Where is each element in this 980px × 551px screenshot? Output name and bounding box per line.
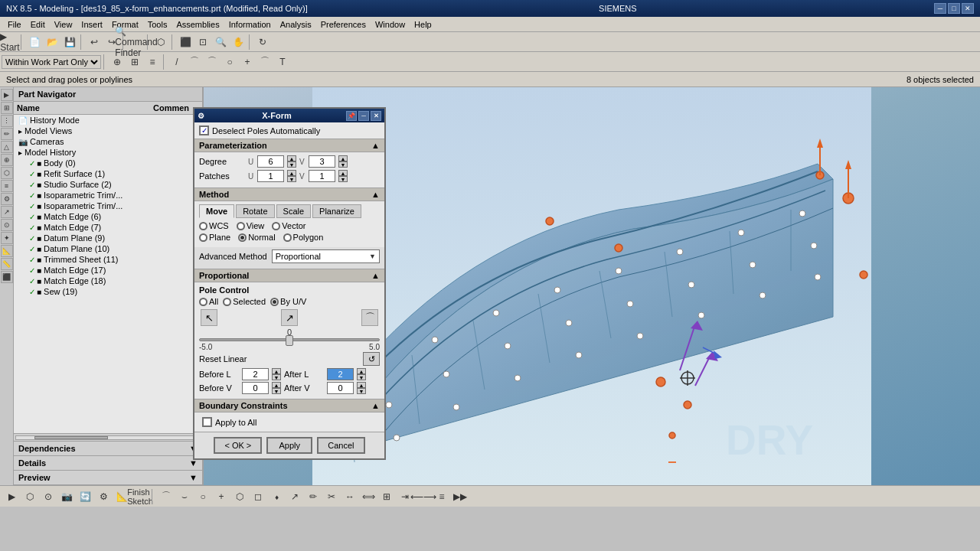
open-button[interactable]: 📂	[44, 34, 60, 51]
slider-thumb[interactable]	[286, 335, 293, 346]
curve1-btn[interactable]: /	[168, 54, 185, 70]
after-l-down[interactable]: ▼	[357, 374, 366, 380]
bottom-hex[interactable]: ⬡	[231, 488, 248, 505]
before-l-up[interactable]: ▲	[272, 368, 281, 374]
radio-plane[interactable]: Plane	[199, 233, 230, 242]
before-v-up[interactable]: ▲	[272, 382, 281, 388]
degree-v-input[interactable]	[309, 155, 335, 168]
select-button[interactable]: ⬡	[152, 34, 169, 51]
bottom-curve-1[interactable]: ⌒	[158, 488, 175, 505]
plus-btn[interactable]: +	[239, 54, 256, 70]
parameterization-header[interactable]: Parameterization ▲	[194, 139, 384, 152]
bottom-dim[interactable]: ⟵⟶	[415, 488, 432, 505]
bottom-pencil[interactable]: ✏	[305, 488, 322, 505]
start-button[interactable]: ▶ Start	[2, 34, 18, 51]
tab-scale[interactable]: Scale	[276, 204, 312, 218]
scrollbar-track[interactable]	[15, 435, 201, 440]
menu-item-analysis[interactable]: Analysis	[276, 18, 316, 31]
bottom-more[interactable]: ▶▶	[452, 488, 469, 505]
patches-v-down[interactable]: ▼	[338, 176, 348, 182]
nav-section-preview[interactable]: Preview ▼	[14, 471, 202, 485]
bottom-circle[interactable]: ○	[194, 488, 211, 505]
part-nav-scrollbar[interactable]	[14, 433, 202, 441]
apply-to-all-checkbox[interactable]	[202, 417, 212, 427]
after-v-input[interactable]	[327, 382, 354, 394]
tree-item[interactable]: ✓■Match Edge (7)	[14, 222, 202, 233]
radio-view[interactable]: View	[237, 221, 265, 230]
method-header[interactable]: Method ▲	[194, 187, 384, 201]
tab-rotate[interactable]: Rotate	[236, 204, 274, 218]
menu-item-assemblies[interactable]: Assemblies	[172, 18, 224, 31]
xform-pin-button[interactable]: 📌	[346, 111, 357, 121]
bottom-btn-3[interactable]: ⊙	[40, 488, 57, 505]
sidebar-icon-9[interactable]: ⚙	[1, 193, 13, 205]
tree-item[interactable]: 📄History Mode	[14, 115, 202, 126]
bottom-trim[interactable]: ✂	[323, 488, 340, 505]
bottom-extend[interactable]: ↔	[341, 488, 358, 505]
ok-button[interactable]: < OK >	[214, 437, 262, 454]
tree-item[interactable]: ✓■Datum Plane (10)	[14, 243, 202, 254]
bottom-rect[interactable]: ◻	[250, 488, 266, 505]
xform-minimize-button[interactable]: ─	[358, 111, 369, 121]
after-v-down[interactable]: ▼	[357, 388, 366, 394]
bottom-plus[interactable]: +	[213, 488, 230, 505]
tree-item[interactable]: ✓■Studio Surface (2)	[14, 179, 202, 190]
circle-btn[interactable]: ○	[221, 54, 238, 70]
sidebar-icon-4[interactable]: ✏	[1, 128, 13, 140]
sidebar-icon-1[interactable]: ▶	[1, 89, 13, 101]
tree-item[interactable]: 📷Cameras	[14, 136, 202, 147]
fit-button[interactable]: ⊡	[194, 34, 211, 51]
sidebar-icon-11[interactable]: ⊙	[1, 219, 13, 231]
after-l-up[interactable]: ▲	[357, 368, 366, 374]
patches-v-input[interactable]	[309, 170, 335, 182]
bottom-btn-5[interactable]: 🔄	[77, 488, 93, 505]
snap-btn[interactable]: ⊕	[109, 54, 126, 70]
bottom-curve-2[interactable]: ⌣	[176, 488, 193, 505]
patches-v-up[interactable]: ▲	[338, 170, 348, 176]
xform-close-button[interactable]: ✕	[371, 111, 381, 121]
sidebar-icon-5[interactable]: △	[1, 141, 13, 153]
menu-item-window[interactable]: Window	[371, 18, 410, 31]
bottom-btn-6[interactable]: ⚙	[95, 488, 112, 505]
tab-move[interactable]: Move	[199, 204, 234, 218]
cancel-button[interactable]: Cancel	[317, 437, 364, 454]
sidebar-icon-14[interactable]: 📏	[1, 258, 13, 270]
tree-item[interactable]: ✓■Refit Surface (1)	[14, 168, 202, 179]
tree-item[interactable]: ▸Model History	[14, 147, 202, 158]
sidebar-icon-6[interactable]: ⊕	[1, 154, 13, 166]
close-button[interactable]: ✕	[962, 3, 974, 14]
bottom-btn-4[interactable]: 📷	[58, 488, 75, 505]
curve2-btn[interactable]: ⌒	[186, 54, 203, 70]
tree-item[interactable]: ✓■Match Edge (18)	[14, 276, 202, 286]
zoom-button[interactable]: 🔍	[212, 34, 229, 51]
tree-item[interactable]: ✓■Match Edge (6)	[14, 211, 202, 222]
deselect-poles-checkbox[interactable]	[199, 126, 209, 135]
bottom-mirror[interactable]: ⟺	[360, 488, 377, 505]
menu-item-file[interactable]: File	[3, 18, 26, 31]
pole-radio-byuv[interactable]: By U/V	[270, 297, 306, 306]
arrow-center-btn[interactable]: ↗	[281, 309, 298, 326]
degree-u-down[interactable]: ▼	[287, 161, 296, 168]
degree-v-down[interactable]: ▼	[338, 161, 348, 168]
menu-item-insert[interactable]: Insert	[77, 18, 107, 31]
arc-btn[interactable]: ⌒	[256, 54, 273, 70]
sidebar-icon-3[interactable]: ⋮	[1, 115, 13, 127]
boundary-header[interactable]: Boundary Constraints ▲	[194, 399, 384, 412]
tree-item[interactable]: ✓■Datum Plane (9)	[14, 233, 202, 243]
adv-method-dropdown[interactable]: Proportional ▼	[272, 249, 380, 263]
sidebar-icon-7[interactable]: ⬡	[1, 167, 13, 179]
menu-item-preferences[interactable]: Preferences	[316, 18, 371, 31]
before-l-input[interactable]	[242, 368, 269, 380]
sidebar-icon-12[interactable]: ✦	[1, 232, 13, 244]
after-l-input[interactable]	[327, 368, 354, 380]
tree-item[interactable]: ✓■Body (0)	[14, 158, 202, 168]
patches-u-input[interactable]	[257, 170, 284, 182]
tree-item[interactable]: ✓■Isoparametric Trim/...	[14, 190, 202, 201]
degree-v-up[interactable]: ▲	[338, 155, 348, 161]
undo-button[interactable]: ↩	[86, 34, 103, 51]
radio-wcs[interactable]: WCS	[199, 221, 229, 230]
curve3-btn[interactable]: ⌒	[204, 54, 220, 70]
nav-section-details[interactable]: Details ▼	[14, 456, 202, 471]
arrow-left-btn[interactable]: ↖	[201, 309, 217, 326]
menu-item-information[interactable]: Information	[224, 18, 276, 31]
